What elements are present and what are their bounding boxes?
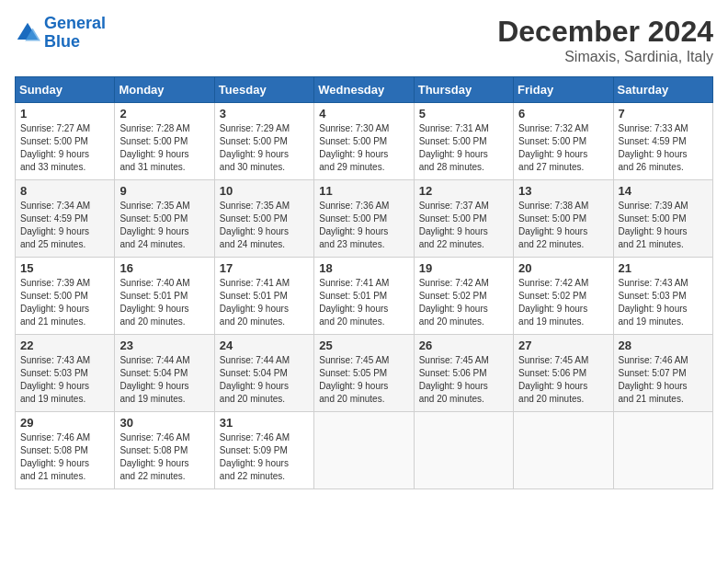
day-number: 4 <box>319 107 408 121</box>
month-title: December 2024 <box>497 15 713 49</box>
weekday-header-saturday: Saturday <box>613 77 712 103</box>
calendar-day-cell: 16Sunrise: 7:40 AM Sunset: 5:01 PM Dayli… <box>115 258 214 335</box>
calendar-table: SundayMondayTuesdayWednesdayThursdayFrid… <box>15 76 713 489</box>
day-number: 24 <box>220 339 309 352</box>
day-number: 22 <box>20 339 109 352</box>
day-number: 5 <box>419 107 508 121</box>
day-info: Sunrise: 7:28 AM Sunset: 5:00 PM Dayligh… <box>119 122 209 174</box>
day-info: Sunrise: 7:30 AM Sunset: 5:00 PM Dayligh… <box>319 122 408 174</box>
calendar-day-cell: 6Sunrise: 7:32 AM Sunset: 5:00 PM Daylig… <box>514 103 613 180</box>
day-info: Sunrise: 7:44 AM Sunset: 5:04 PM Dayligh… <box>119 354 209 406</box>
day-info: Sunrise: 7:29 AM Sunset: 5:00 PM Dayligh… <box>220 122 309 174</box>
calendar-day-cell: 26Sunrise: 7:45 AM Sunset: 5:06 PM Dayli… <box>414 335 513 412</box>
calendar-week-row: 15Sunrise: 7:39 AM Sunset: 5:00 PM Dayli… <box>16 258 713 335</box>
day-number: 13 <box>518 184 608 198</box>
calendar-day-cell: 19Sunrise: 7:42 AM Sunset: 5:02 PM Dayli… <box>414 258 513 335</box>
day-number: 6 <box>518 107 608 121</box>
day-number: 31 <box>220 416 309 430</box>
day-number: 14 <box>619 184 708 198</box>
day-number: 3 <box>220 107 309 121</box>
title-block: December 2024 Simaxis, Sardinia, Italy <box>497 15 713 65</box>
day-info: Sunrise: 7:35 AM Sunset: 5:00 PM Dayligh… <box>119 200 209 251</box>
day-number: 9 <box>119 184 209 198</box>
day-info: Sunrise: 7:41 AM Sunset: 5:01 PM Dayligh… <box>319 277 408 328</box>
logo: General Blue <box>15 15 106 52</box>
day-info: Sunrise: 7:32 AM Sunset: 5:00 PM Dayligh… <box>518 122 608 174</box>
day-number: 2 <box>119 107 209 121</box>
day-info: Sunrise: 7:31 AM Sunset: 5:00 PM Dayligh… <box>419 122 508 174</box>
day-number: 21 <box>619 261 708 275</box>
calendar-day-cell: 4Sunrise: 7:30 AM Sunset: 5:00 PM Daylig… <box>314 103 414 180</box>
day-number: 8 <box>20 184 109 198</box>
day-info: Sunrise: 7:45 AM Sunset: 5:05 PM Dayligh… <box>319 354 408 406</box>
logo-line2: Blue <box>44 32 80 51</box>
day-info: Sunrise: 7:38 AM Sunset: 5:00 PM Dayligh… <box>518 200 608 251</box>
day-info: Sunrise: 7:43 AM Sunset: 5:03 PM Dayligh… <box>619 277 708 328</box>
weekday-header-wednesday: Wednesday <box>314 77 414 103</box>
day-info: Sunrise: 7:42 AM Sunset: 5:02 PM Dayligh… <box>518 277 608 328</box>
page-header: General Blue December 2024 Simaxis, Sard… <box>15 15 713 65</box>
day-number: 20 <box>518 261 608 275</box>
day-number: 7 <box>619 107 708 121</box>
calendar-day-cell: 20Sunrise: 7:42 AM Sunset: 5:02 PM Dayli… <box>514 258 613 335</box>
calendar-day-cell: 8Sunrise: 7:34 AM Sunset: 4:59 PM Daylig… <box>16 180 115 258</box>
calendar-day-cell: 11Sunrise: 7:36 AM Sunset: 5:00 PM Dayli… <box>314 180 414 258</box>
calendar-day-cell: 17Sunrise: 7:41 AM Sunset: 5:01 PM Dayli… <box>214 258 313 335</box>
location-title: Simaxis, Sardinia, Italy <box>497 49 713 65</box>
calendar-day-cell <box>414 412 513 489</box>
day-info: Sunrise: 7:41 AM Sunset: 5:01 PM Dayligh… <box>220 277 309 328</box>
calendar-day-cell: 29Sunrise: 7:46 AM Sunset: 5:08 PM Dayli… <box>16 412 115 489</box>
calendar-day-cell: 13Sunrise: 7:38 AM Sunset: 5:00 PM Dayli… <box>514 180 613 258</box>
day-info: Sunrise: 7:45 AM Sunset: 5:06 PM Dayligh… <box>419 354 508 406</box>
weekday-header-monday: Monday <box>115 77 214 103</box>
calendar-day-cell: 7Sunrise: 7:33 AM Sunset: 4:59 PM Daylig… <box>613 103 712 180</box>
calendar-week-row: 8Sunrise: 7:34 AM Sunset: 4:59 PM Daylig… <box>16 180 713 258</box>
weekday-header-friday: Friday <box>514 77 613 103</box>
day-number: 10 <box>220 184 309 198</box>
calendar-day-cell: 25Sunrise: 7:45 AM Sunset: 5:05 PM Dayli… <box>314 335 414 412</box>
day-info: Sunrise: 7:46 AM Sunset: 5:09 PM Dayligh… <box>220 431 309 483</box>
calendar-day-cell: 31Sunrise: 7:46 AM Sunset: 5:09 PM Dayli… <box>214 412 313 489</box>
weekday-header-thursday: Thursday <box>414 77 513 103</box>
calendar-week-row: 1Sunrise: 7:27 AM Sunset: 5:00 PM Daylig… <box>16 103 713 180</box>
calendar-week-row: 22Sunrise: 7:43 AM Sunset: 5:03 PM Dayli… <box>16 335 713 412</box>
day-info: Sunrise: 7:35 AM Sunset: 5:00 PM Dayligh… <box>220 200 309 251</box>
day-number: 15 <box>20 261 109 275</box>
day-info: Sunrise: 7:33 AM Sunset: 4:59 PM Dayligh… <box>619 122 708 174</box>
logo-text: General Blue <box>44 15 106 52</box>
day-info: Sunrise: 7:46 AM Sunset: 5:08 PM Dayligh… <box>20 431 109 483</box>
calendar-day-cell: 24Sunrise: 7:44 AM Sunset: 5:04 PM Dayli… <box>214 335 313 412</box>
day-number: 12 <box>419 184 508 198</box>
day-info: Sunrise: 7:46 AM Sunset: 5:07 PM Dayligh… <box>619 354 708 406</box>
calendar-day-cell: 9Sunrise: 7:35 AM Sunset: 5:00 PM Daylig… <box>115 180 214 258</box>
calendar-day-cell: 30Sunrise: 7:46 AM Sunset: 5:08 PM Dayli… <box>115 412 214 489</box>
day-number: 30 <box>119 416 209 430</box>
calendar-day-cell: 5Sunrise: 7:31 AM Sunset: 5:00 PM Daylig… <box>414 103 513 180</box>
day-number: 23 <box>119 339 209 352</box>
calendar-day-cell <box>314 412 414 489</box>
day-info: Sunrise: 7:44 AM Sunset: 5:04 PM Dayligh… <box>220 354 309 406</box>
day-number: 28 <box>619 339 708 352</box>
day-info: Sunrise: 7:46 AM Sunset: 5:08 PM Dayligh… <box>119 431 209 483</box>
calendar-day-cell <box>514 412 613 489</box>
day-info: Sunrise: 7:27 AM Sunset: 5:00 PM Dayligh… <box>20 122 109 174</box>
calendar-day-cell: 18Sunrise: 7:41 AM Sunset: 5:01 PM Dayli… <box>314 258 414 335</box>
day-info: Sunrise: 7:37 AM Sunset: 5:00 PM Dayligh… <box>419 200 508 251</box>
calendar-day-cell: 10Sunrise: 7:35 AM Sunset: 5:00 PM Dayli… <box>214 180 313 258</box>
day-number: 27 <box>518 339 608 352</box>
day-number: 16 <box>119 261 209 275</box>
calendar-day-cell: 14Sunrise: 7:39 AM Sunset: 5:00 PM Dayli… <box>613 180 712 258</box>
day-number: 18 <box>319 261 408 275</box>
day-number: 11 <box>319 184 408 198</box>
calendar-week-row: 29Sunrise: 7:46 AM Sunset: 5:08 PM Dayli… <box>16 412 713 489</box>
calendar-day-cell: 12Sunrise: 7:37 AM Sunset: 5:00 PM Dayli… <box>414 180 513 258</box>
day-info: Sunrise: 7:45 AM Sunset: 5:06 PM Dayligh… <box>518 354 608 406</box>
day-info: Sunrise: 7:43 AM Sunset: 5:03 PM Dayligh… <box>20 354 109 406</box>
calendar-day-cell: 2Sunrise: 7:28 AM Sunset: 5:00 PM Daylig… <box>115 103 214 180</box>
calendar-day-cell <box>613 412 712 489</box>
calendar-header-row: SundayMondayTuesdayWednesdayThursdayFrid… <box>16 77 713 103</box>
calendar-day-cell: 22Sunrise: 7:43 AM Sunset: 5:03 PM Dayli… <box>16 335 115 412</box>
calendar-day-cell: 27Sunrise: 7:45 AM Sunset: 5:06 PM Dayli… <box>514 335 613 412</box>
weekday-header-tuesday: Tuesday <box>214 77 313 103</box>
day-number: 17 <box>220 261 309 275</box>
